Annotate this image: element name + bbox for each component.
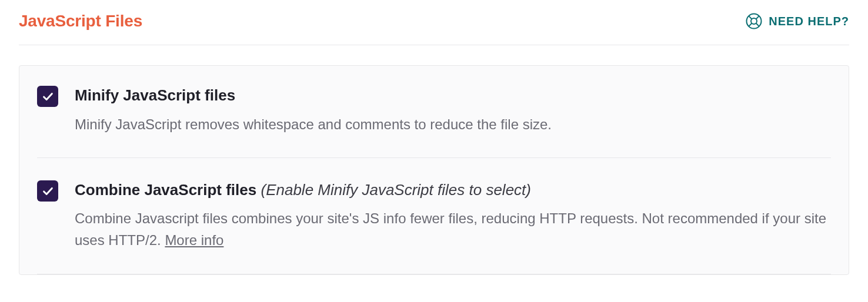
section-header: JavaScript Files NEED HELP? [19,12,849,45]
section-title: JavaScript Files [19,12,142,31]
option-hint: (Enable Minify JavaScript files to selec… [261,181,531,199]
option-text: Combine JavaScript files (Enable Minify … [75,180,831,251]
option-minify-js: Minify JavaScript files Minify JavaScrip… [37,86,831,158]
svg-point-1 [751,18,757,24]
svg-line-4 [756,16,759,19]
help-link[interactable]: NEED HELP? [745,12,849,30]
option-desc: Minify JavaScript removes whitespace and… [75,113,831,135]
option-title-label: Combine JavaScript files [75,181,256,199]
svg-line-5 [749,24,752,26]
svg-line-3 [756,24,759,26]
checkbox-minify-js[interactable] [37,86,58,107]
option-text: Minify JavaScript files Minify JavaScrip… [75,86,831,135]
more-info-link[interactable]: More info [165,232,223,248]
option-desc-text: Minify JavaScript removes whitespace and… [75,116,552,132]
options-panel: Minify JavaScript files Minify JavaScrip… [19,65,849,275]
option-title: Minify JavaScript files [75,86,831,105]
check-icon [41,90,54,103]
option-desc: Combine Javascript files combines your s… [75,207,831,251]
option-title: Combine JavaScript files (Enable Minify … [75,180,831,200]
checkbox-combine-js[interactable] [37,180,58,202]
option-title-label: Minify JavaScript files [75,86,235,104]
lifebuoy-icon [745,12,763,30]
svg-line-2 [749,16,752,19]
option-combine-js: Combine JavaScript files (Enable Minify … [37,180,831,274]
help-label: NEED HELP? [769,15,849,28]
check-icon [41,184,54,197]
